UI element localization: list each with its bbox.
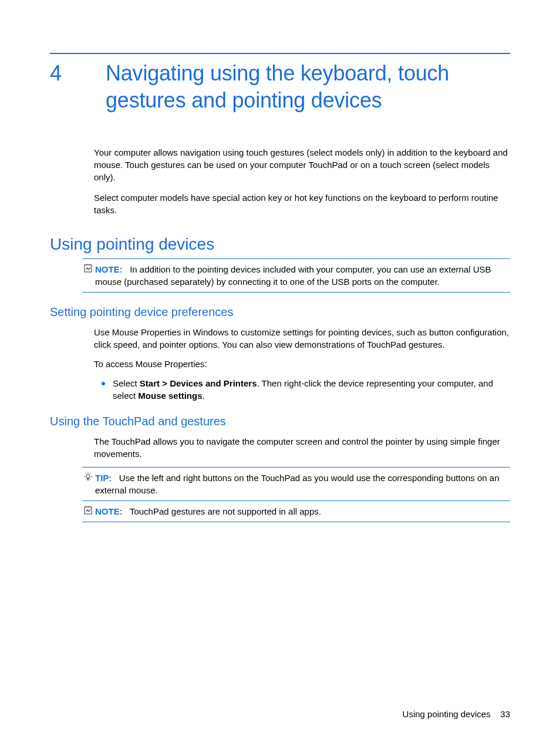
section-title-using-pointing-devices: Using pointing devices	[50, 235, 510, 254]
tip-body: TIP: Use the left and right buttons on t…	[94, 472, 510, 496]
chapter-top-rule	[50, 53, 510, 54]
section-title-using-touchpad: Using the TouchPad and gestures	[50, 415, 510, 428]
svg-line-18	[89, 509, 91, 512]
note-icon	[82, 263, 94, 275]
bullet-icon: ●	[94, 377, 113, 389]
note-callout: NOTE: In addition to the pointing device…	[82, 258, 510, 293]
tip-icon	[82, 472, 94, 484]
bullet-text: Select Start > Devices and Printers. The…	[113, 377, 510, 402]
bullet-list: ● Select Start > Devices and Printers. T…	[94, 377, 510, 402]
footer-section-name: Using pointing devices	[403, 709, 491, 719]
body-paragraph: Use Mouse Properties in Windows to custo…	[94, 326, 510, 351]
body-paragraph: To access Mouse Properties:	[94, 358, 510, 370]
section-title-setting-preferences: Setting pointing device preferences	[50, 305, 510, 319]
footer-page-number: 33	[500, 709, 510, 719]
tip-label: TIP:	[95, 473, 112, 483]
note-icon	[82, 505, 94, 518]
note-callout: NOTE: TouchPad gestures are not supporte…	[82, 501, 510, 522]
svg-line-10	[90, 473, 91, 474]
chapter-intro: Your computer allows navigation using to…	[94, 146, 510, 216]
section-body: The TouchPad allows you to navigate the …	[94, 435, 510, 460]
svg-line-5	[89, 267, 91, 270]
body-paragraph: The TouchPad allows you to navigate the …	[94, 435, 510, 460]
page-footer: Using pointing devices 33	[403, 709, 510, 719]
note-label: NOTE:	[95, 264, 123, 274]
list-item: ● Select Start > Devices and Printers. T…	[94, 377, 510, 402]
chapter-title: Navigating using the keyboard, touch ges…	[106, 60, 510, 114]
tip-callout: TIP: Use the left and right buttons on t…	[82, 467, 510, 501]
chapter-header: 4 Navigating using the keyboard, touch g…	[50, 60, 510, 114]
svg-rect-7	[87, 478, 89, 480]
note-label: NOTE:	[95, 506, 123, 516]
svg-point-6	[86, 475, 90, 478]
note-body: NOTE: In addition to the pointing device…	[94, 263, 510, 288]
tip-text: Use the left and right buttons on the To…	[95, 473, 500, 495]
note-body: NOTE: TouchPad gestures are not supporte…	[94, 505, 510, 518]
note-text: In addition to the pointing devices incl…	[95, 264, 491, 287]
note-text: TouchPad gestures are not supported in a…	[130, 506, 321, 516]
section-body: Use Mouse Properties in Windows to custo…	[94, 326, 510, 370]
svg-line-9	[85, 473, 86, 474]
chapter-number: 4	[50, 60, 106, 86]
intro-paragraph: Your computer allows navigation using to…	[94, 146, 510, 183]
intro-paragraph: Select computer models have special acti…	[94, 191, 510, 216]
document-page: 4 Navigating using the keyboard, touch g…	[0, 0, 560, 746]
